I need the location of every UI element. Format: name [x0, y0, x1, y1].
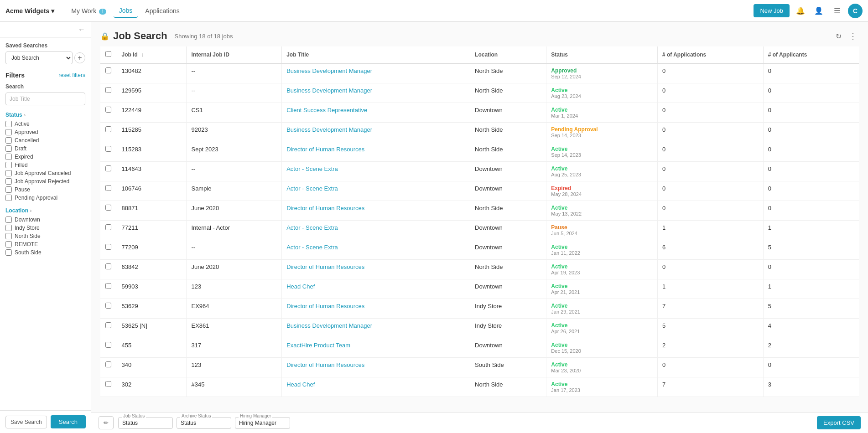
- cell-job-title[interactable]: Actor - Scene Extra: [282, 162, 470, 181]
- job-approval-canceled-checkbox[interactable]: [5, 170, 12, 176]
- approved-checkbox[interactable]: [5, 129, 12, 135]
- user-button[interactable]: 👤: [811, 4, 826, 18]
- expired-checkbox[interactable]: [5, 154, 12, 160]
- cell-job-title[interactable]: Business Development Manager: [282, 319, 470, 338]
- cell-job-title[interactable]: Business Development Manager: [282, 123, 470, 142]
- cell-job-title[interactable]: Head Chef: [282, 377, 470, 397]
- cancelled-checkbox[interactable]: [5, 137, 12, 144]
- archive-status-select[interactable]: Status: [177, 417, 231, 429]
- cell-location: North Side: [470, 63, 546, 83]
- cell-internal-id: June 2020: [187, 201, 282, 221]
- saved-search-select[interactable]: Job Search: [5, 52, 73, 64]
- hiring-manager-select[interactable]: Hiring Manager: [235, 417, 290, 429]
- brand-logo[interactable]: Acme Widgets ▾: [5, 7, 54, 15]
- nav-link-applications[interactable]: Applications: [140, 5, 185, 17]
- job-id-sort-icon[interactable]: ↓: [141, 52, 144, 58]
- filled-label[interactable]: Filled: [15, 162, 28, 168]
- cell-job-title[interactable]: Business Development Manager: [282, 83, 470, 103]
- pause-label[interactable]: Pause: [15, 186, 30, 193]
- cell-job-title[interactable]: Director of Human Resources: [282, 260, 470, 279]
- col-internal-job-id: Internal Job ID: [187, 46, 282, 63]
- cell-location: North Side: [470, 260, 546, 279]
- cell-job-title[interactable]: Business Development Manager: [282, 63, 470, 83]
- notifications-button[interactable]: 🔔: [793, 4, 808, 18]
- row-checkbox[interactable]: [105, 283, 111, 289]
- status-filter-title[interactable]: Status ›: [5, 112, 85, 118]
- cancelled-label[interactable]: Cancelled: [15, 137, 39, 144]
- draft-checkbox[interactable]: [5, 145, 12, 152]
- job-approval-canceled-label[interactable]: Job Approval Canceled: [15, 170, 71, 176]
- row-checkbox[interactable]: [105, 107, 111, 113]
- job-approval-rejected-checkbox[interactable]: [5, 178, 12, 185]
- active-label[interactable]: Active: [15, 121, 30, 127]
- cell-job-title[interactable]: Client Success Representative: [282, 103, 470, 123]
- downtown-label[interactable]: Downtown: [15, 216, 40, 223]
- cell-job-title[interactable]: Head Chef: [282, 279, 470, 299]
- north-side-checkbox[interactable]: [5, 233, 12, 239]
- draft-label[interactable]: Draft: [15, 145, 26, 152]
- cell-job-title[interactable]: Director of Human Resources: [282, 142, 470, 162]
- cell-job-title[interactable]: Actor - Scene Extra: [282, 221, 470, 240]
- cell-status: Pending Approval Sep 14, 2023: [546, 123, 658, 142]
- status-value: Active: [551, 244, 653, 250]
- row-checkbox[interactable]: [105, 381, 111, 387]
- row-checkbox[interactable]: [105, 361, 111, 367]
- nav-link-mywork[interactable]: My Work 1: [66, 5, 111, 17]
- row-checkbox[interactable]: [105, 205, 111, 211]
- row-checkbox[interactable]: [105, 67, 111, 73]
- cell-applicants: 0: [763, 201, 859, 221]
- search-button[interactable]: Search: [51, 415, 86, 428]
- cell-job-title[interactable]: Actor - Scene Extra: [282, 181, 470, 201]
- location-filter-title[interactable]: Location ›: [5, 207, 85, 214]
- row-checkbox[interactable]: [105, 342, 111, 348]
- south-side-label[interactable]: South Side: [15, 249, 42, 256]
- reset-filters-link[interactable]: reset filters: [58, 72, 85, 78]
- row-checkbox[interactable]: [105, 165, 111, 171]
- select-all-checkbox[interactable]: [105, 51, 111, 57]
- row-checkbox[interactable]: [105, 87, 111, 93]
- filled-checkbox[interactable]: [5, 162, 12, 168]
- menu-button[interactable]: ☰: [830, 4, 844, 18]
- approved-label[interactable]: Approved: [15, 129, 38, 135]
- south-side-checkbox[interactable]: [5, 249, 12, 256]
- active-checkbox[interactable]: [5, 121, 12, 127]
- row-checkbox[interactable]: [105, 244, 111, 250]
- job-status-select[interactable]: Status: [118, 417, 173, 429]
- collapse-button[interactable]: ←: [78, 26, 85, 34]
- job-title-search-input[interactable]: [5, 93, 85, 105]
- cell-job-title[interactable]: Director of Human Resources: [282, 299, 470, 319]
- row-checkbox[interactable]: [105, 126, 111, 132]
- pause-checkbox[interactable]: [5, 186, 12, 193]
- bulk-edit-button[interactable]: ✏: [99, 416, 114, 429]
- downtown-checkbox[interactable]: [5, 216, 12, 223]
- cell-job-title[interactable]: Director of Human Resources: [282, 358, 470, 377]
- nav-link-jobs[interactable]: Jobs: [114, 4, 138, 18]
- row-checkbox[interactable]: [105, 146, 111, 152]
- export-csv-button[interactable]: Export CSV: [817, 416, 861, 429]
- row-checkbox[interactable]: [105, 224, 111, 230]
- row-checkbox[interactable]: [105, 303, 111, 309]
- remote-label[interactable]: REMOTE: [15, 241, 38, 247]
- avatar-button[interactable]: C: [848, 4, 863, 18]
- save-search-button[interactable]: Save Search: [5, 416, 47, 428]
- row-checkbox[interactable]: [105, 322, 111, 328]
- cell-job-title[interactable]: ExactHire Product Team: [282, 338, 470, 358]
- cell-job-title[interactable]: Actor - Scene Extra: [282, 240, 470, 260]
- row-checkbox[interactable]: [105, 263, 111, 269]
- new-job-button[interactable]: New Job: [754, 4, 790, 17]
- north-side-label[interactable]: North Side: [15, 233, 41, 239]
- pending-approval-label[interactable]: Pending Approval: [15, 195, 57, 201]
- add-saved-search-button[interactable]: +: [74, 52, 85, 63]
- remote-checkbox[interactable]: [5, 241, 12, 247]
- more-options-button[interactable]: ⋮: [847, 29, 859, 43]
- indy-store-label[interactable]: Indy Store: [15, 225, 40, 231]
- pending-approval-checkbox[interactable]: [5, 195, 12, 201]
- expired-label[interactable]: Expired: [15, 154, 33, 160]
- cell-job-id: 130482: [117, 63, 187, 83]
- row-checkbox[interactable]: [105, 185, 111, 191]
- cell-applicants: 4: [763, 319, 859, 338]
- job-approval-rejected-label[interactable]: Job Approval Rejected: [15, 178, 69, 185]
- indy-store-checkbox[interactable]: [5, 225, 12, 231]
- cell-job-title[interactable]: Director of Human Resources: [282, 201, 470, 221]
- refresh-button[interactable]: ↻: [834, 29, 843, 43]
